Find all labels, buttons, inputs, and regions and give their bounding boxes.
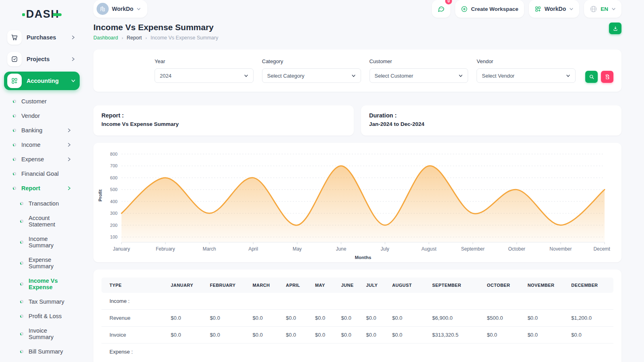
table-cell: $0.0	[524, 327, 568, 343]
filter-group-vendor: Vendor Select Vendor	[477, 58, 576, 83]
create-workspace-button[interactable]: Create Workspace	[455, 0, 524, 18]
sidebar-item-purchases[interactable]: Purchases	[4, 28, 80, 47]
sidebar-item-label: Accounting	[27, 78, 66, 84]
chevron-down-icon	[136, 7, 141, 11]
table-section-row: Expense :	[101, 343, 613, 360]
chevron-right-icon	[67, 186, 72, 191]
sidebar-item-label: Account Statement	[29, 215, 72, 228]
sidebar-item-label: Tax Summary	[29, 298, 72, 305]
chevron-down-icon	[566, 74, 570, 78]
sidebar-item-banking[interactable]: Banking	[10, 123, 76, 138]
sidebar-item-transaction[interactable]: Transaction	[17, 196, 76, 211]
breadcrumb-dashboard[interactable]: Dashboard	[93, 35, 118, 41]
category-select-value: Select Category	[267, 73, 305, 79]
duration-card-title: Duration :	[369, 112, 613, 119]
sidebar-item-income[interactable]: Income	[10, 138, 76, 152]
sidebar-item-product-stock[interactable]: Product Stock	[17, 359, 76, 362]
sidebar-item-income-summary[interactable]: Income Summary	[17, 232, 76, 253]
table-header-cell: SEPTEMBER	[429, 278, 484, 293]
sidebar: DASH Purchases Projects	[0, 0, 84, 362]
bullet-icon	[13, 187, 16, 190]
sidebar-item-financial-goal[interactable]: Financial Goal	[10, 167, 76, 181]
sidebar-item-customer[interactable]: Customer	[10, 94, 76, 109]
bullet-icon	[20, 332, 23, 335]
sidebar-item-label: Invoice Summary	[29, 327, 72, 340]
topbar: WorkDo 0 Create Workspace	[93, 0, 621, 18]
summary-row: Report : Income Vs Expense Summary Durat…	[93, 105, 621, 136]
customer-label: Customer	[369, 58, 469, 64]
vendor-select[interactable]: Select Vendor	[477, 68, 576, 83]
sidebar-item-label: Purchases	[27, 34, 66, 41]
category-select[interactable]: Select Category	[262, 68, 361, 83]
create-workspace-label: Create Workspace	[471, 6, 518, 12]
customer-select[interactable]: Select Customer	[369, 68, 469, 83]
sidebar-item-profit-loss[interactable]: Profit & Loss	[17, 309, 76, 323]
bullet-icon	[13, 172, 16, 175]
grid-plus-icon	[535, 6, 541, 12]
table-cell: $0.0	[338, 310, 363, 327]
table-cell: $0.0	[283, 310, 312, 327]
table-row: Invoice$0.0$0.0$0.0$0.0$0.0$0.0$0.0$0.0$…	[101, 327, 613, 343]
bullet-icon	[13, 158, 16, 161]
chevron-right-icon	[67, 128, 72, 133]
table-row: Revenue$0.0$0.0$0.0$0.0$0.0$0.0$0.0$0.0$…	[101, 310, 613, 327]
language-code: EN	[601, 6, 608, 12]
sidebar-item-label: Expense Summary	[29, 257, 72, 269]
sidebar-item-income-vs-expense[interactable]: Income Vs Expense	[17, 274, 76, 294]
vendor-label: Vendor	[477, 58, 576, 64]
sidebar-item-tax-summary[interactable]: Tax Summary	[17, 294, 76, 309]
table-header-cell: JULY	[363, 278, 389, 293]
sidebar-item-label: Projects	[27, 56, 66, 62]
chevron-down-icon	[351, 74, 356, 78]
year-select[interactable]: 2024	[155, 68, 254, 83]
bullet-icon	[20, 220, 23, 223]
brand-logo[interactable]: DASH	[0, 6, 84, 23]
sidebar-item-accounting[interactable]: Accounting	[4, 72, 80, 90]
bullet-icon	[20, 202, 23, 205]
svg-text:April: April	[248, 246, 258, 252]
sidebar-item-projects[interactable]: Projects	[4, 50, 80, 68]
sidebar-item-invoice-summary[interactable]: Invoice Summary	[17, 323, 76, 344]
year-select-value: 2024	[160, 73, 171, 79]
messages-button[interactable]: 0	[432, 0, 450, 18]
sidebar-item-expense-summary[interactable]: Expense Summary	[17, 253, 76, 274]
sidebar-item-vendor[interactable]: Vendor	[10, 109, 76, 123]
filter-actions	[585, 71, 613, 83]
workspace-selector[interactable]: WorkDo	[93, 0, 147, 18]
apply-filter-button[interactable]	[585, 71, 598, 83]
chevron-down-icon	[244, 74, 248, 78]
bullet-icon	[13, 143, 16, 146]
customer-select-value: Select Customer	[375, 73, 413, 79]
svg-text:200: 200	[110, 223, 118, 228]
reset-filter-button[interactable]	[601, 71, 613, 83]
workdo-menu-button[interactable]: WorkDo	[529, 0, 579, 18]
app-root: DASH Purchases Projects	[0, 0, 644, 362]
duration-card-value: Jan-2024 to Dec-2024	[369, 121, 613, 127]
bullet-icon	[13, 129, 16, 132]
income-expense-table: TYPEJANUARYFEBRUARYMARCHAPRILMAYJUNEJULY…	[101, 278, 613, 360]
row-label: Revenue	[101, 310, 167, 327]
accounting-submenu: CustomerVendorBankingIncomeExpenseFinanc…	[4, 93, 80, 195]
bullet-icon	[20, 315, 23, 318]
sidebar-item-report[interactable]: Report	[10, 181, 76, 195]
download-button[interactable]	[609, 23, 621, 34]
table-header-cell: DECEMBER	[568, 278, 613, 293]
workspace-name: WorkDo	[112, 6, 133, 12]
bullet-icon	[20, 300, 23, 303]
sidebar-item-label: Report	[21, 185, 62, 191]
sidebar-item-bill-summary[interactable]: Bill Summary	[17, 344, 76, 359]
breadcrumb-report[interactable]: Report	[127, 35, 142, 41]
bullet-icon	[20, 261, 23, 265]
table-cell: $0.0	[283, 327, 312, 343]
vendor-select-value: Select Vendor	[482, 73, 514, 79]
sidebar-item-expense[interactable]: Expense	[10, 152, 76, 167]
table-cell: $313,320.5	[429, 327, 484, 343]
sidebar-item-account-statement[interactable]: Account Statement	[17, 211, 76, 232]
table-header-cell: AUGUST	[389, 278, 429, 293]
svg-text:600: 600	[110, 175, 118, 180]
language-selector[interactable]: EN	[584, 0, 621, 18]
year-label: Year	[155, 58, 254, 64]
bullet-icon	[20, 241, 23, 244]
chevron-right-icon	[71, 57, 76, 62]
table-header-cell: JUNE	[338, 278, 363, 293]
